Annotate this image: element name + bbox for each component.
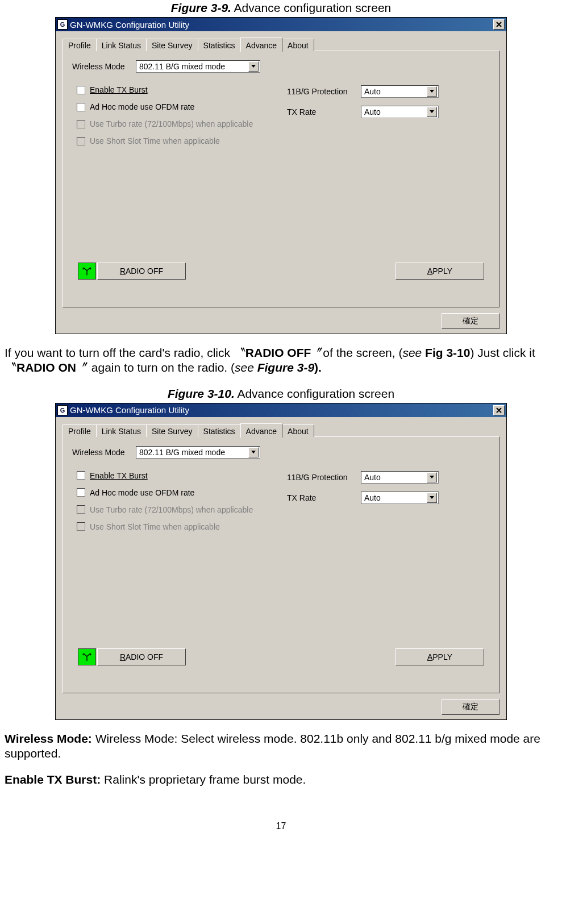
figure-number: Figure 3-9.: [171, 1, 231, 14]
checkbox-icon: [77, 471, 85, 480]
close-button[interactable]: [493, 19, 505, 30]
wireless-mode-label: Wireless Mode: [72, 62, 136, 71]
app-icon: G: [57, 405, 68, 415]
wireless-mode-description: Wireless Mode: Wireless Mode: Select wir…: [5, 731, 557, 761]
titlebar: G GN-WMKG Configuration Utility: [56, 403, 506, 417]
antenna-icon: [82, 652, 92, 662]
page-number: 17: [5, 821, 557, 831]
app-icon: G: [57, 19, 68, 30]
checkbox-icon: [77, 505, 85, 514]
txrate-value: Auto: [364, 493, 427, 502]
figure-title: Advance configuration screen: [234, 1, 392, 14]
short-slot-checkbox: Use Short Slot Time when applicable: [77, 522, 287, 531]
checkbox-icon: [77, 120, 85, 128]
dropdown-arrow: [427, 493, 437, 503]
titlebar: G GN-WMKG Configuration Utility: [56, 18, 506, 31]
window-figure-3-10: G GN-WMKG Configuration Utility Profile …: [55, 403, 507, 720]
protection-label: 11B/G Protection: [287, 87, 361, 96]
protection-label: 11B/G Protection: [287, 473, 361, 482]
wireless-mode-select[interactable]: 802.11 B/G mixed mode: [136, 60, 260, 73]
apply-button-text: APPLY: [427, 652, 452, 661]
dropdown-arrow: [427, 86, 437, 97]
chevron-down-icon: [251, 451, 256, 454]
tx-burst-description: Enable TX Burst: Ralink's proprietary fr…: [5, 772, 557, 787]
dropdown-arrow: [427, 472, 437, 482]
tabbar: Profile Link Status Site Survey Statisti…: [63, 423, 499, 437]
ok-button[interactable]: 確定: [442, 313, 499, 329]
figure-3-10-caption: Figure 3-10. Advance configuration scree…: [5, 387, 557, 401]
tab-site-survey[interactable]: Site Survey: [146, 424, 198, 437]
wireless-mode-select[interactable]: 802.11 B/G mixed mode: [136, 446, 260, 459]
tab-profile[interactable]: Profile: [63, 39, 97, 51]
protection-select[interactable]: Auto: [361, 471, 439, 484]
apply-button-text: APPLY: [427, 267, 452, 276]
tab-about[interactable]: About: [282, 39, 314, 51]
wireless-mode-label: Wireless Mode: [72, 448, 136, 457]
protection-select[interactable]: Auto: [361, 85, 439, 98]
close-icon: [496, 407, 502, 413]
antenna-icon: [82, 266, 92, 276]
adhoc-label: Ad Hoc mode use OFDM rate: [90, 488, 194, 497]
txrate-select[interactable]: Auto: [361, 492, 439, 504]
tab-statistics[interactable]: Statistics: [198, 39, 241, 51]
ok-button[interactable]: 確定: [442, 699, 499, 715]
radio-indicator: [78, 648, 96, 665]
tab-statistics[interactable]: Statistics: [198, 424, 241, 437]
checkbox-icon: [77, 488, 85, 497]
adhoc-ofdm-checkbox[interactable]: Ad Hoc mode use OFDM rate: [77, 102, 287, 111]
checkbox-icon: [77, 522, 85, 531]
tx-burst-label: Enable TX Burst: [90, 471, 148, 480]
window-figure-3-9: G GN-WMKG Configuration Utility Profile …: [55, 17, 507, 334]
protection-value: Auto: [364, 87, 427, 96]
radio-indicator: [78, 263, 96, 280]
turbo-label: Use Turbo rate (72/100Mbps) when applica…: [90, 505, 253, 514]
close-button[interactable]: [493, 405, 505, 415]
enable-tx-burst-checkbox[interactable]: Enable TX Burst: [77, 471, 287, 480]
tab-advance[interactable]: Advance: [240, 38, 282, 52]
apply-button[interactable]: APPLY: [396, 263, 484, 280]
dropdown-arrow: [248, 447, 259, 457]
txrate-value: Auto: [364, 107, 427, 116]
tab-profile[interactable]: Profile: [63, 424, 97, 437]
radio-toggle-button[interactable]: RADIO OFF: [97, 648, 186, 665]
chevron-down-icon: [430, 476, 434, 479]
window-title: GN-WMKG Configuration Utility: [70, 405, 493, 415]
figure-3-9-caption: Figure 3-9. Advance configuration screen: [5, 1, 557, 15]
checkbox-icon: [77, 137, 85, 145]
apply-button[interactable]: APPLY: [396, 648, 484, 665]
window-title: GN-WMKG Configuration Utility: [70, 20, 493, 30]
paragraph-radio-off-on: If you want to turn off the card's radio…: [5, 346, 557, 376]
turbo-rate-checkbox: Use Turbo rate (72/100Mbps) when applica…: [77, 119, 287, 128]
turbo-label: Use Turbo rate (72/100Mbps) when applica…: [90, 119, 253, 128]
txrate-label: TX Rate: [287, 107, 361, 116]
close-icon: [496, 22, 502, 27]
tx-burst-label: Enable TX Burst: [90, 85, 148, 94]
radio-button-text: RADIO OFF: [120, 652, 163, 661]
adhoc-label: Ad Hoc mode use OFDM rate: [90, 102, 194, 111]
tab-link-status[interactable]: Link Status: [96, 424, 147, 437]
checkbox-icon: [77, 86, 85, 94]
dropdown-arrow: [427, 107, 437, 117]
chevron-down-icon: [251, 65, 256, 68]
txrate-label: TX Rate: [287, 493, 361, 502]
protection-value: Auto: [364, 473, 427, 482]
tab-link-status[interactable]: Link Status: [96, 39, 147, 51]
chevron-down-icon: [430, 496, 434, 500]
tab-about[interactable]: About: [282, 424, 314, 437]
chevron-down-icon: [430, 110, 434, 114]
adhoc-ofdm-checkbox[interactable]: Ad Hoc mode use OFDM rate: [77, 488, 287, 497]
advance-panel: Wireless Mode 802.11 B/G mixed mode Enab…: [63, 436, 499, 693]
tabbar: Profile Link Status Site Survey Statisti…: [63, 37, 499, 51]
enable-tx-burst-checkbox[interactable]: Enable TX Burst: [77, 85, 287, 94]
radio-toggle-button[interactable]: RADIO OFF: [97, 263, 186, 280]
tab-site-survey[interactable]: Site Survey: [146, 39, 198, 51]
wireless-mode-value: 802.11 B/G mixed mode: [139, 62, 248, 71]
wireless-mode-value: 802.11 B/G mixed mode: [139, 448, 248, 457]
shortslot-label: Use Short Slot Time when applicable: [90, 136, 220, 145]
radio-button-text: RADIO OFF: [120, 267, 163, 276]
tab-advance[interactable]: Advance: [240, 423, 282, 438]
advance-panel: Wireless Mode 802.11 B/G mixed mode Enab…: [63, 51, 499, 307]
txrate-select[interactable]: Auto: [361, 106, 439, 118]
chevron-down-icon: [430, 90, 434, 93]
checkbox-icon: [77, 103, 85, 111]
